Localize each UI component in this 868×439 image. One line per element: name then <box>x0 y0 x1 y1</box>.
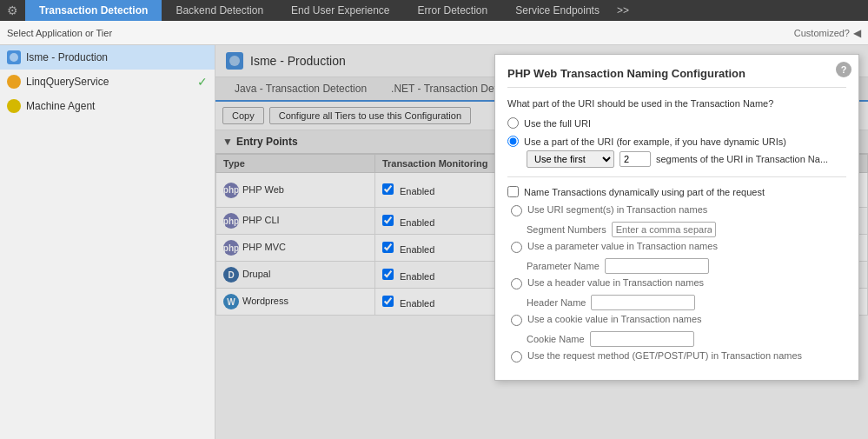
uri-options-group: Use the full URI Use a part of the URI (… <box>507 117 846 168</box>
sidebar-item-label-isme: Isme - Production <box>26 51 208 63</box>
segments-label: segments of the URI in Transaction Na... <box>656 154 828 164</box>
modal-option-row: Use URI segment(s) in Transaction names <box>511 204 846 216</box>
part-uri-option-group: Use a part of the URI (for example, if y… <box>507 136 846 168</box>
naming-config-modal: PHP Web Transaction Naming Configuration… <box>494 54 859 381</box>
top-navigation: ⚙ Transaction Detection Backend Detectio… <box>0 0 868 21</box>
linq-check-icon: ✓ <box>197 75 208 89</box>
part-uri-radio[interactable] <box>507 136 519 147</box>
dynamic-naming-checkbox-row[interactable]: Name Transactions dynamically using part… <box>507 186 846 197</box>
modal-overlay: PHP Web Transaction Naming Configuration… <box>215 45 868 439</box>
modal-divider <box>507 176 846 177</box>
sub-input-0[interactable] <box>612 222 716 237</box>
full-uri-radio[interactable] <box>507 117 519 129</box>
sub-input-1[interactable] <box>605 258 709 274</box>
sidebar-item-machine-agent[interactable]: Machine Agent <box>0 94 215 118</box>
dynamic-opt-4-label: Use the request method (GET/POST/PUT) in… <box>527 350 802 361</box>
machine-agent-icon <box>7 99 21 113</box>
sub-option-2: Header Name <box>527 295 846 310</box>
main-layout: Isme - Production LinqQueryService ✓ Mac… <box>0 45 868 439</box>
sidebar-item-label-machine: Machine Agent <box>26 100 208 112</box>
segment-count-input[interactable] <box>620 151 651 167</box>
sub-input-3[interactable] <box>590 331 694 347</box>
collapse-sidebar-button[interactable]: ◀ <box>853 27 861 39</box>
sub-label-2: Header Name <box>527 297 586 308</box>
modal-option-row: Use a cookie value in Transaction names <box>511 314 846 326</box>
dynamic-opt-3-radio[interactable] <box>511 315 522 326</box>
dynamic-opt-4-radio[interactable] <box>511 351 522 363</box>
tab-transaction-detection[interactable]: Transaction Detection <box>25 0 162 21</box>
sub-option-3: Cookie Name <box>527 331 846 347</box>
modal-option-row: Use a parameter value in Transaction nam… <box>511 241 846 253</box>
modal-title: PHP Web Transaction Naming Configuration <box>507 67 846 88</box>
first-last-select[interactable]: Use the first Use the last <box>527 150 614 168</box>
dynamic-opt-1-label: Use a parameter value in Transaction nam… <box>527 241 718 251</box>
help-icon[interactable]: ? <box>836 62 851 77</box>
modal-option-row: Use a header value in Transaction names <box>511 277 846 289</box>
customized-label: Customized? <box>794 28 850 38</box>
dynamic-opt-0-radio[interactable] <box>511 205 522 216</box>
part-uri-sub-options: Use the first Use the last segments of t… <box>527 150 846 168</box>
full-uri-label: Use the full URI <box>524 118 591 129</box>
modal-option-row: Use the request method (GET/POST/PUT) in… <box>511 350 846 363</box>
dynamic-naming-label: Name Transactions dynamically using part… <box>524 187 765 197</box>
select-app-label: Select Application or Tier <box>7 28 794 38</box>
tab-service-endpoints[interactable]: Service Endpoints <box>501 0 613 21</box>
sidebar-item-linqquery[interactable]: LinqQueryService ✓ <box>0 70 215 94</box>
sub-label-1: Parameter Name <box>527 261 600 271</box>
dynamic-opt-1-radio[interactable] <box>511 242 522 253</box>
modal-question: What part of the URI should be used in t… <box>507 98 846 109</box>
full-uri-option[interactable]: Use the full URI <box>507 117 846 129</box>
nav-logo-icon: ⚙ <box>7 3 18 17</box>
part-uri-label: Use a part of the URI (for example, if y… <box>524 136 786 147</box>
sidebar-item-label-linq: LinqQueryService <box>26 76 192 88</box>
dynamic-opt-0-label: Use URI segment(s) in Transaction names <box>527 204 707 215</box>
more-tabs-button[interactable]: >> <box>617 4 629 17</box>
linq-icon <box>7 75 21 89</box>
sub-option-0: Segment Numbers <box>527 222 846 237</box>
sub-input-2[interactable] <box>591 295 695 310</box>
svg-point-0 <box>10 53 18 62</box>
modal-sub-options: Use URI segment(s) in Transaction namesS… <box>507 204 846 363</box>
sidebar-item-isme-production[interactable]: Isme - Production <box>0 45 215 70</box>
tab-backend-detection[interactable]: Backend Detection <box>162 0 277 21</box>
sub-option-1: Parameter Name <box>527 258 846 274</box>
dynamic-opt-2-label: Use a header value in Transaction names <box>527 277 704 288</box>
dynamic-naming-checkbox[interactable] <box>507 186 519 197</box>
sidebar: Isme - Production LinqQueryService ✓ Mac… <box>0 45 215 439</box>
sub-label-0: Segment Numbers <box>527 224 606 235</box>
tab-error-detection[interactable]: Error Detection <box>404 0 502 21</box>
isme-icon <box>7 50 21 64</box>
dynamic-opt-2-radio[interactable] <box>511 278 522 289</box>
content-area: Isme - Production Java - Transaction Det… <box>215 45 868 439</box>
tab-end-user-experience[interactable]: End User Experience <box>277 0 403 21</box>
part-uri-option[interactable]: Use a part of the URI (for example, if y… <box>507 136 846 147</box>
sub-label-3: Cookie Name <box>527 334 585 344</box>
sub-header: Select Application or Tier Customized? ◀ <box>0 21 868 45</box>
dynamic-opt-3-label: Use a cookie value in Transaction names <box>527 314 702 324</box>
